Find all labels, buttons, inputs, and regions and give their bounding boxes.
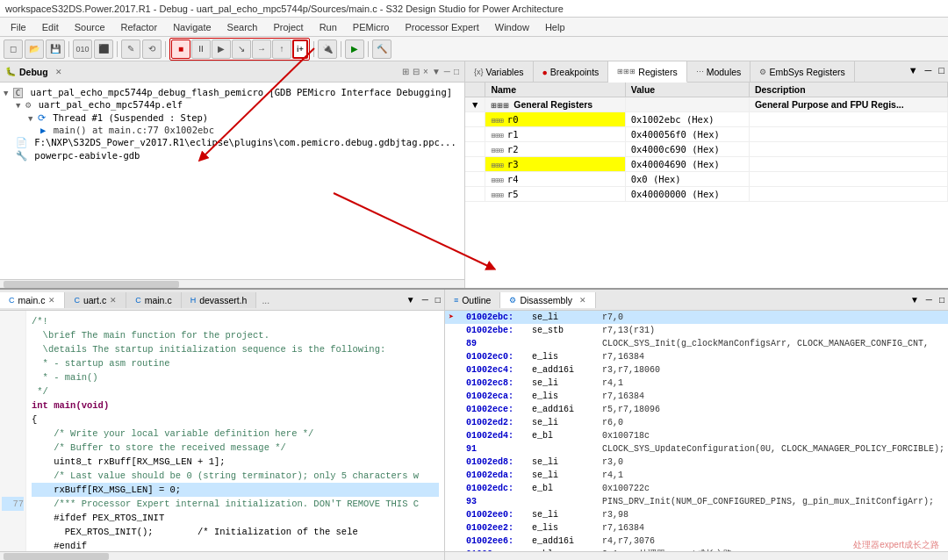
disasm-row-11[interactable]: 01002ed8: se_li r3,0 (445, 456, 948, 469)
disasm-row-4[interactable]: 01002ec4: e_add16i r3,r7,18060 (445, 363, 948, 377)
debug-tree-item-file1[interactable]: 📄 F:\NXP\S32DS_Power_v2017.R1\eclipse\pl… (4, 136, 461, 149)
debug-collapse-icon[interactable]: ⊞ (402, 67, 409, 76)
editor-content[interactable]: 77 /*! \brief The main function for the … (0, 311, 444, 560)
toolbar-btn-save[interactable]: 💾 (46, 39, 65, 59)
disasm-row-14[interactable]: 93 PINS_DRV_Init(NUM_OF_CONFIGURED_PINS,… (445, 495, 948, 508)
editor-view-menu[interactable]: ▼ (403, 291, 419, 308)
editor-scrollbar-h[interactable] (0, 551, 444, 560)
tab-main-c[interactable]: C main.c ✕ (0, 292, 65, 308)
menu-item-navigate[interactable]: Navigate (166, 20, 218, 34)
disasm-row-13[interactable]: 01002edc: e_bl 0x100722c (445, 482, 948, 495)
reg-value-r5[interactable]: 0x40000000 (Hex) (625, 187, 749, 202)
toolbar-resume-btn[interactable]: ▶ (212, 39, 231, 59)
disasm-minimize[interactable]: ─ (923, 291, 936, 308)
disasm-tab-close[interactable]: ✕ (579, 296, 586, 305)
disasm-row-16[interactable]: 01002ee2: e_lis r7,16384 (445, 521, 948, 535)
editor-tab-more[interactable]: ... (256, 292, 275, 308)
toolbar-build-btn[interactable]: 🔨 (372, 39, 391, 59)
tab-embsys[interactable]: ⚙ EmbSys Registers (750, 61, 854, 82)
toolbar-connect-btn[interactable]: 🔌 (318, 39, 337, 59)
debug-view-menu-icon[interactable]: ▼ (432, 67, 441, 76)
toolbar-suspend-btn[interactable]: ⏸ (191, 39, 211, 59)
tab-main-c-2[interactable]: C main.c (126, 292, 181, 308)
disasm-row-10[interactable]: 91 CLOCK_SYS_UpdateConfiguration(0U, CLO… (445, 442, 948, 456)
disasm-scrollbar-h[interactable] (445, 551, 948, 560)
reg-value-r1[interactable]: 0x400056f0 (Hex) (625, 127, 749, 142)
toolbar-stop-btn[interactable]: ■ (171, 39, 190, 59)
toolbar-btn-4[interactable]: ⟲ (142, 39, 162, 59)
disasm-view-menu[interactable]: ▼ (907, 291, 923, 308)
debug-tree-item-frame[interactable]: ▶ main() at main.c:77 0x1002ebc (4, 124, 461, 136)
debug-scrollbar-h[interactable] (0, 279, 464, 288)
menu-item-project[interactable]: Project (266, 20, 310, 34)
registers-maximize[interactable]: □ (935, 61, 948, 82)
toolbar-step-instr-btn[interactable]: i+ (292, 39, 308, 59)
reg-group-expand[interactable]: ▼ (465, 97, 485, 112)
menu-item-help[interactable]: Help (538, 20, 572, 34)
menu-item-search[interactable]: Search (220, 20, 265, 34)
toolbar-btn-new[interactable]: ◻ (4, 39, 23, 59)
disasm-row-5[interactable]: 01002ec8: se_li r4,1 (445, 377, 948, 390)
disasm-row-7[interactable]: 01002ece: e_add16i r5,r7,18096 (445, 403, 948, 416)
reg-value-r3[interactable]: 0x40004690 (Hex) (625, 157, 749, 172)
menu-item-source[interactable]: Source (68, 20, 112, 34)
tab-variables[interactable]: {x} Variables (465, 61, 534, 82)
code-text[interactable]: /*! \brief The main function for the pro… (26, 311, 444, 551)
toolbar-step-return-btn[interactable]: ↑ (272, 39, 291, 59)
debug-tree-item-gdb[interactable]: 🔧 powerpc-eabivle-gdb (4, 149, 461, 162)
menu-item-processor expert[interactable]: Processor Expert (398, 20, 485, 34)
main-c-close[interactable]: ✕ (48, 296, 55, 305)
editor-minimize[interactable]: ─ (419, 291, 432, 308)
disasm-row-8[interactable]: 01002ed2: se_li r6,0 (445, 416, 948, 429)
tab-breakpoints[interactable]: ● Breakpoints (534, 61, 609, 82)
disasm-row-6[interactable]: 01002eca: e_lis r7,16384 (445, 390, 948, 403)
reg-value-r4[interactable]: 0x0 (Hex) (625, 172, 749, 187)
reg-row-r3[interactable]: ⊞⊞⊞r3 0x40004690 (Hex) (465, 157, 948, 172)
debug-disconnect-icon[interactable]: × (423, 67, 428, 76)
reg-value-r0[interactable]: 0x1002ebc (Hex) (625, 112, 749, 127)
debug-tab-label[interactable]: Debug (19, 67, 48, 77)
uart-c-close[interactable]: ✕ (110, 296, 117, 305)
disasm-content[interactable]: ➤ 01002ebc: se_li r7,0 01002ebe: se_stb … (445, 311, 948, 551)
tab-uart-c[interactable]: C uart.c ✕ (65, 292, 126, 308)
reg-row-r0[interactable]: ⊞⊞⊞r0 0x1002ebc (Hex) (465, 112, 948, 127)
toolbar-btn-2[interactable]: ⬛ (94, 39, 113, 59)
disasm-row-2[interactable]: 89 CLOCK_SYS_Init(g_clockManConfigsArr, … (445, 337, 948, 350)
disasm-row-12[interactable]: 01002eda: se_li r4,1 (445, 469, 948, 482)
toolbar-step-into-btn[interactable]: ↘ (232, 39, 251, 59)
disasm-row-9[interactable]: 01002ed4: e_bl 0x100718c (445, 429, 948, 442)
toolbar-btn-3[interactable]: ✎ (121, 39, 140, 59)
menu-item-file[interactable]: File (4, 20, 33, 34)
editor-maximize[interactable]: □ (432, 291, 444, 308)
disasm-row-3[interactable]: 01002ec0: e_lis r7,16384 (445, 350, 948, 363)
toolbar-step-over-btn[interactable]: → (252, 39, 271, 59)
toolbar-btn-debug[interactable]: 010 (73, 39, 92, 59)
menu-item-refactor[interactable]: Refactor (114, 20, 165, 34)
reg-row-r2[interactable]: ⊞⊞⊞r2 0x4000c690 (Hex) (465, 142, 948, 157)
reg-row-r4[interactable]: ⊞⊞⊞r4 0x0 (Hex) (465, 172, 948, 187)
tab-modules[interactable]: ⋯ Modules (687, 61, 751, 82)
registers-minimize[interactable]: ─ (922, 61, 936, 82)
toolbar-btn-open[interactable]: 📂 (25, 39, 44, 59)
menu-item-edit[interactable]: Edit (35, 20, 66, 34)
toolbar-run-btn[interactable]: ▶ (345, 39, 364, 59)
tab-devassert[interactable]: H devassert.h (182, 292, 257, 308)
debug-tab-close[interactable]: ✕ (55, 68, 62, 76)
reg-group-general[interactable]: ▼ ⊞⊞⊞ General Registers General Purpose … (465, 97, 948, 112)
tab-outline[interactable]: ≡ Outline (445, 292, 501, 308)
disasm-row-15[interactable]: 01002ee0: se_li r3,98 (445, 508, 948, 521)
tab-registers[interactable]: ⊞⊞⊞ Registers (608, 61, 686, 83)
menu-item-run[interactable]: Run (312, 20, 344, 34)
debug-maximize-icon[interactable]: □ (454, 67, 459, 76)
disasm-maximize[interactable]: □ (936, 291, 948, 308)
debug-tree-item[interactable]: ▼ ⚙ uart_pal_echo_mpc5744p.elf (4, 98, 461, 111)
debug-tree-item-thread[interactable]: ▼ ⟳ Thread #1 (Suspended : Step) (4, 111, 461, 124)
reg-value-r2[interactable]: 0x4000c690 (Hex) (625, 142, 749, 157)
reg-row-r1[interactable]: ⊞⊞⊞r1 0x400056f0 (Hex) (465, 127, 948, 142)
debug-expand-icon[interactable]: ⊟ (413, 67, 420, 76)
disasm-row-0[interactable]: ➤ 01002ebc: se_li r7,0 (445, 311, 948, 324)
debug-tree-item[interactable]: ▼ C uart_pal_echo_mpc5744p_debug_flash_p… (4, 86, 461, 98)
disasm-row-1[interactable]: 01002ebe: se_stb r7,13(r31) (445, 324, 948, 337)
reg-row-r5[interactable]: ⊞⊞⊞r5 0x40000000 (Hex) (465, 187, 948, 202)
debug-minimize-icon[interactable]: ─ (444, 67, 450, 76)
